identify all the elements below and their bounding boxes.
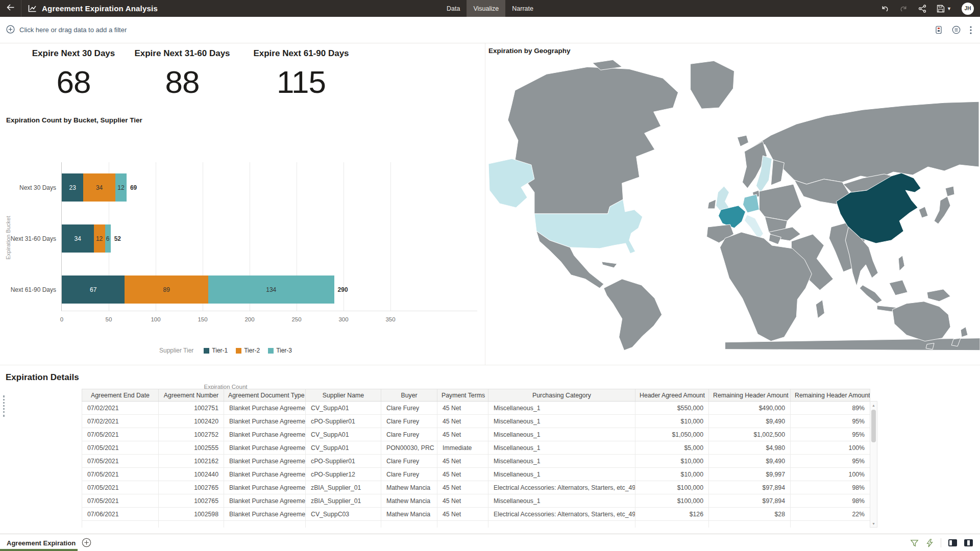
table-cell: 1002420 xyxy=(159,415,224,428)
layout-panel-center-icon[interactable] xyxy=(964,539,973,546)
scrollbar-thumb[interactable] xyxy=(871,410,876,442)
map-country-indonesia[interactable] xyxy=(860,285,882,304)
kpi-expire-31-60-days[interactable]: Expire Next 31-60 Days 88 xyxy=(121,43,243,112)
map-country-indonesia[interactable] xyxy=(889,280,908,295)
map-country-united-states[interactable] xyxy=(488,159,534,208)
layout-panel-left-icon[interactable] xyxy=(948,539,957,546)
table-row-partial[interactable] xyxy=(82,521,870,528)
bar-segment-tier-3[interactable]: 134 xyxy=(208,276,334,304)
details-panel: Expiration Details Agreement End DateAgr… xyxy=(0,365,980,534)
tab-data[interactable]: Data xyxy=(440,0,467,17)
table-cell: 07/05/2021 xyxy=(82,455,159,468)
map-country-iceland[interactable] xyxy=(737,135,748,146)
map-country-cuba[interactable] xyxy=(602,262,617,268)
column-header[interactable]: Buyer xyxy=(381,389,437,402)
table-cell: $9,490 xyxy=(709,455,791,468)
table-row[interactable]: 07/02/20211002420Blanket Purchase Agreem… xyxy=(82,415,870,428)
map-country-brazil[interactable] xyxy=(604,279,662,350)
bar-segment-tier-2[interactable]: 34 xyxy=(83,173,115,202)
table-cell: CV_SuppA01 xyxy=(306,441,381,455)
table-row[interactable]: 07/05/20211002162Blanket Purchase Agreem… xyxy=(82,455,870,468)
map-country-antarctica[interactable] xyxy=(725,338,980,350)
save-menu-caret-icon[interactable]: ▼ xyxy=(947,6,951,11)
save-button[interactable]: ▼ xyxy=(937,5,951,13)
add-filter-button[interactable]: Click here or drag data to add a filter xyxy=(6,25,127,35)
legend-item-tier-2[interactable]: Tier-2 xyxy=(236,347,260,354)
map-country-finland[interactable] xyxy=(771,160,784,185)
bar-segment-tier-2[interactable]: 89 xyxy=(125,276,208,304)
bar-total-label: 290 xyxy=(338,286,348,293)
column-header[interactable]: Remaining Header Amount xyxy=(709,389,791,402)
table-row[interactable]: 07/06/20211002598Blanket Purchase Agreem… xyxy=(82,508,870,521)
map-country-poland[interactable] xyxy=(759,184,801,221)
bar-segment-tier-2[interactable]: 12 xyxy=(94,224,105,253)
table-cell: 45 Net xyxy=(437,494,488,508)
canvas-bar: Agreement Expiration xyxy=(0,534,980,551)
bar-segment-tier-1[interactable]: 23 xyxy=(62,173,83,202)
map-country-south-korea[interactable] xyxy=(919,207,928,218)
map-country-philippines[interactable] xyxy=(898,256,904,271)
column-header[interactable]: Remaining Header Amount xyxy=(791,389,870,402)
back-button[interactable] xyxy=(0,0,21,17)
column-header[interactable]: Payment Terms xyxy=(437,389,488,402)
table-row[interactable]: 07/05/20211002765Blanket Purchase Agreem… xyxy=(82,494,870,508)
scroll-up-icon[interactable]: ▲ xyxy=(870,402,877,409)
table-scrollbar[interactable]: ▲ ▼ xyxy=(870,401,877,528)
bar-segment-tier-1[interactable]: 34 xyxy=(62,224,94,253)
world-map[interactable] xyxy=(485,59,980,352)
map-country-germany[interactable] xyxy=(743,194,759,213)
tab-visualize[interactable]: Visualize xyxy=(467,0,505,17)
table-row[interactable]: 07/05/20211002765Blanket Purchase Agreem… xyxy=(82,481,870,494)
kpi-expire-30-days[interactable]: Expire Next 30 Days 68 xyxy=(12,43,135,112)
details-table: Agreement End DateAgreement NumberAgreem… xyxy=(82,389,870,528)
table-row[interactable]: 07/05/20211002555Blanket Purchase Agreem… xyxy=(82,441,870,455)
add-canvas-button[interactable] xyxy=(82,538,91,547)
undo-icon[interactable] xyxy=(880,5,889,13)
legend-item-tier-3[interactable]: Tier-3 xyxy=(268,347,292,354)
filter-bar-settings-icon[interactable] xyxy=(935,26,943,34)
table-row[interactable]: 07/05/20211002752Blanket Purchase Agreem… xyxy=(82,428,870,441)
legend-item-tier-1[interactable]: Tier-1 xyxy=(204,347,228,354)
map-country-japan[interactable] xyxy=(945,186,954,196)
kpi-expire-61-90-days[interactable]: Expire Next 61-90 Days 115 xyxy=(240,43,362,112)
map-country-canada[interactable] xyxy=(508,67,678,214)
column-header[interactable]: Header Agreed Amount xyxy=(635,389,709,402)
column-header[interactable]: Agreement Document Type xyxy=(224,389,306,402)
column-header[interactable]: Supplier Name xyxy=(306,389,381,402)
map-country-papua-new-guinea[interactable] xyxy=(927,289,950,302)
bar-segment-tier-3[interactable]: 12 xyxy=(115,173,127,202)
map-country-ireland[interactable] xyxy=(708,199,716,209)
redo-icon xyxy=(899,5,908,13)
map-country-australia[interactable] xyxy=(892,302,950,341)
bar-segment-tier-3[interactable]: 6 xyxy=(105,224,111,253)
scroll-down-icon[interactable]: ▼ xyxy=(870,520,877,527)
map-country-new-zealand[interactable] xyxy=(961,327,968,337)
table-cell: 45 Net xyxy=(437,428,488,441)
table-cell: Electrical Accessories: Alternators, Sta… xyxy=(488,508,635,521)
column-header[interactable]: Purchasing Category xyxy=(488,389,635,402)
tab-narrate[interactable]: Narrate xyxy=(505,0,540,17)
map-country-madagascar[interactable] xyxy=(816,300,824,318)
bar-segment-tier-1[interactable]: 67 xyxy=(62,276,125,304)
map-country-australia[interactable] xyxy=(926,343,934,349)
table-cell: 07/05/2021 xyxy=(82,468,159,481)
table-cell: 1002598 xyxy=(159,508,224,521)
header-actions: ▼ JH xyxy=(880,0,974,17)
more-options-kebab-icon[interactable] xyxy=(970,26,972,34)
kpi-title: Expire Next 31-60 Days xyxy=(134,48,230,59)
table-row[interactable]: 07/05/20211002440Blanket Purchase Agreem… xyxy=(82,468,870,481)
map-country-greenland[interactable] xyxy=(691,61,734,109)
user-avatar[interactable]: JH xyxy=(962,3,974,15)
column-header[interactable]: Agreement End Date xyxy=(82,389,159,402)
lightning-bolt-icon[interactable] xyxy=(926,539,934,547)
map-country-russia[interactable] xyxy=(753,102,979,184)
arrow-left-icon xyxy=(6,4,15,13)
filter-funnel-icon[interactable] xyxy=(910,539,919,547)
table-cell: 45 Net xyxy=(437,415,488,428)
table-cell: $97,894 xyxy=(709,481,791,494)
column-header[interactable]: Agreement Number xyxy=(159,389,224,402)
map-country-japan[interactable] xyxy=(934,196,950,224)
share-icon[interactable] xyxy=(918,5,926,13)
table-row[interactable]: 07/02/20211002751Blanket Purchase Agreem… xyxy=(82,402,870,415)
auto-apply-data-icon[interactable] xyxy=(952,26,961,34)
